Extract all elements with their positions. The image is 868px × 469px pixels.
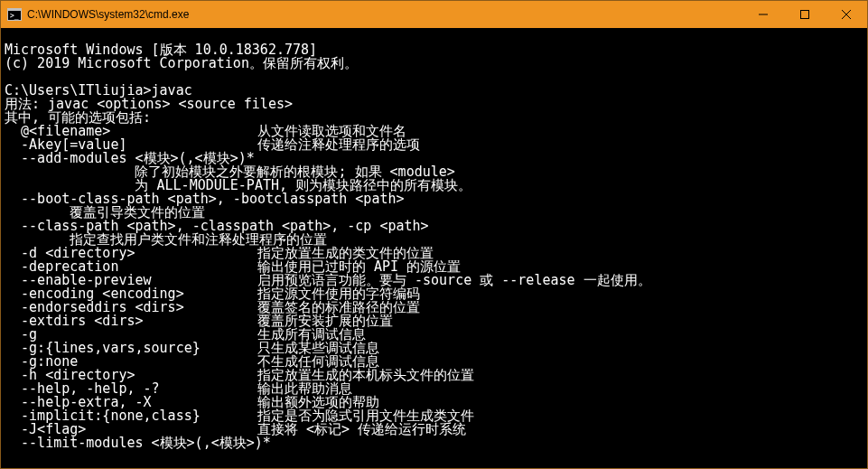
svg-text:>_: >_ — [10, 12, 19, 20]
minimize-button[interactable] — [742, 1, 784, 28]
close-button[interactable] — [826, 1, 867, 28]
window-title: C:\WINDOWS\system32\cmd.exe — [27, 8, 189, 21]
maximize-button[interactable] — [784, 1, 826, 28]
terminal-output[interactable]: Microsoft Windows [版本 10.0.18362.778] (c… — [1, 28, 867, 468]
svg-rect-5 — [801, 11, 809, 19]
line: (c) 2019 Microsoft Corporation。保留所有权利。 — [5, 55, 358, 71]
cmd-icon: >_ — [7, 8, 22, 21]
titlebar[interactable]: >_ C:\WINDOWS\system32\cmd.exe — [1, 1, 867, 28]
cmd-window: >_ C:\WINDOWS\system32\cmd.exe Microsoft… — [0, 0, 868, 469]
line: --limit-modules <模块>(,<模块>)* — [5, 435, 271, 451]
